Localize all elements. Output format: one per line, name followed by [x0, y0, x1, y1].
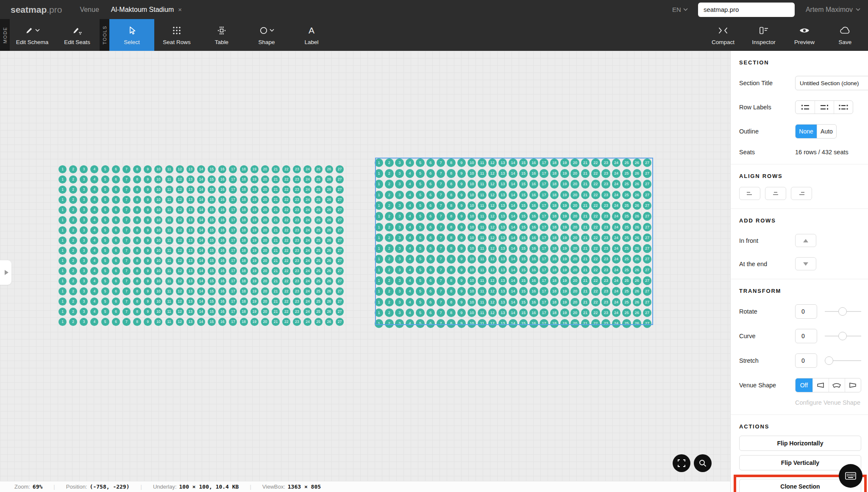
seat[interactable]: 8: [133, 297, 141, 306]
seat[interactable]: 7: [122, 308, 131, 316]
seat[interactable]: 5: [101, 297, 109, 306]
seat[interactable]: 12: [176, 277, 184, 285]
seat[interactable]: 25: [314, 226, 323, 234]
seat[interactable]: 22: [282, 175, 290, 183]
seat[interactable]: 27: [336, 236, 344, 245]
seat[interactable]: 14: [197, 277, 205, 285]
seat[interactable]: 13: [186, 277, 195, 285]
seat[interactable]: 10: [154, 226, 162, 234]
row-labels-both-button[interactable]: [834, 101, 853, 114]
seat[interactable]: 23: [293, 297, 301, 306]
seat[interactable]: 20: [261, 247, 269, 255]
seat[interactable]: 15: [208, 236, 216, 245]
seat[interactable]: 19: [250, 175, 259, 183]
tool-table[interactable]: Table: [199, 19, 244, 51]
seat[interactable]: 19: [250, 308, 259, 316]
seat[interactable]: 1: [58, 318, 67, 326]
seat[interactable]: 20: [261, 206, 269, 214]
seat[interactable]: 6: [112, 287, 120, 295]
seat[interactable]: 4: [90, 297, 98, 306]
seat[interactable]: 4: [90, 226, 98, 234]
seat[interactable]: 14: [197, 318, 205, 326]
seat[interactable]: 12: [176, 175, 184, 183]
seat[interactable]: 7: [122, 287, 131, 295]
seat[interactable]: 15: [208, 257, 216, 265]
seat[interactable]: 1: [58, 297, 67, 306]
seat[interactable]: 25: [314, 308, 323, 316]
seat[interactable]: 26: [325, 287, 333, 295]
seat[interactable]: 12: [176, 267, 184, 275]
seat[interactable]: 9: [144, 318, 152, 326]
seat[interactable]: 7: [122, 236, 131, 245]
seat[interactable]: 26: [325, 247, 333, 255]
seat[interactable]: 17: [229, 287, 237, 295]
keyboard-shortcuts-button[interactable]: [839, 464, 862, 488]
seat[interactable]: 3: [80, 277, 88, 285]
seat[interactable]: 5: [101, 226, 109, 234]
seat[interactable]: 2: [69, 247, 77, 255]
seat[interactable]: 18: [240, 318, 248, 326]
outline-none-button[interactable]: None: [796, 125, 817, 138]
seat[interactable]: 15: [208, 287, 216, 295]
seat[interactable]: 23: [293, 287, 301, 295]
seat[interactable]: 17: [229, 318, 237, 326]
seat[interactable]: 9: [144, 186, 152, 194]
tool-edit-seats[interactable]: Edit Seats: [55, 19, 100, 51]
seat[interactable]: 9: [144, 206, 152, 214]
seat[interactable]: 15: [208, 318, 216, 326]
seat[interactable]: 11: [165, 277, 173, 285]
seat[interactable]: 21: [272, 226, 280, 234]
seat[interactable]: 25: [314, 165, 323, 173]
seat[interactable]: 18: [240, 287, 248, 295]
seat[interactable]: 27: [336, 175, 344, 183]
seat[interactable]: 5: [101, 175, 109, 183]
seat[interactable]: 7: [122, 277, 131, 285]
seat[interactable]: 27: [336, 196, 344, 204]
seat[interactable]: 15: [208, 247, 216, 255]
seat[interactable]: 23: [293, 175, 301, 183]
seat[interactable]: 15: [208, 308, 216, 316]
seat[interactable]: 5: [101, 236, 109, 245]
curve-slider[interactable]: [825, 332, 861, 340]
seat[interactable]: 6: [112, 257, 120, 265]
seat[interactable]: 10: [154, 308, 162, 316]
seat[interactable]: 7: [122, 226, 131, 234]
seat[interactable]: 13: [186, 318, 195, 326]
seat[interactable]: 18: [240, 277, 248, 285]
seat[interactable]: 5: [101, 318, 109, 326]
seat[interactable]: 27: [336, 287, 344, 295]
seat[interactable]: 2: [69, 257, 77, 265]
tool-select[interactable]: Select: [109, 19, 154, 51]
seat[interactable]: 23: [293, 267, 301, 275]
seat[interactable]: 27: [336, 186, 344, 194]
seat[interactable]: 1: [58, 165, 67, 173]
seat[interactable]: 27: [336, 318, 344, 326]
seat[interactable]: 1: [58, 308, 67, 316]
curve-slider-knob[interactable]: [838, 332, 847, 340]
seat[interactable]: 5: [101, 287, 109, 295]
seat[interactable]: 17: [229, 196, 237, 204]
seat[interactable]: 19: [250, 318, 259, 326]
seat[interactable]: 17: [229, 165, 237, 173]
seat[interactable]: 1: [58, 277, 67, 285]
seat[interactable]: 27: [336, 308, 344, 316]
seat[interactable]: 13: [186, 196, 195, 204]
seat[interactable]: 13: [186, 236, 195, 245]
seat[interactable]: 9: [144, 287, 152, 295]
seat[interactable]: 12: [176, 297, 184, 306]
seat[interactable]: 18: [240, 165, 248, 173]
seat[interactable]: 19: [250, 247, 259, 255]
seat[interactable]: 24: [303, 308, 312, 316]
seat[interactable]: 5: [101, 247, 109, 255]
fit-to-screen-button[interactable]: [673, 454, 690, 472]
seat[interactable]: 26: [325, 267, 333, 275]
seat[interactable]: 1: [58, 226, 67, 234]
app-logo[interactable]: seatmap.pro: [11, 5, 62, 15]
seat[interactable]: 17: [229, 297, 237, 306]
seat[interactable]: 19: [250, 277, 259, 285]
seat[interactable]: 23: [293, 196, 301, 204]
tab-close-icon[interactable]: ×: [178, 6, 182, 13]
seat[interactable]: 5: [101, 277, 109, 285]
seat[interactable]: 20: [261, 277, 269, 285]
seat[interactable]: 16: [218, 196, 226, 204]
